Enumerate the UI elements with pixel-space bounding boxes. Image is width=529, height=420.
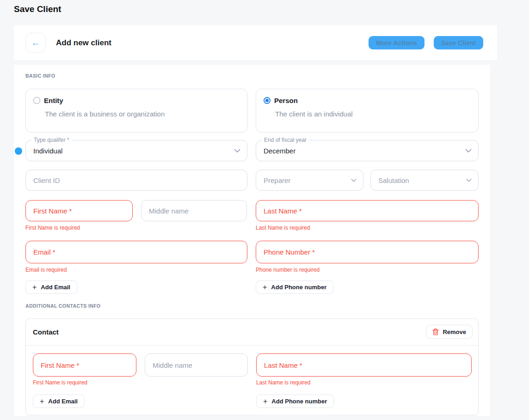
last-name-input[interactable]: [256, 201, 478, 221]
client-id-input[interactable]: [26, 170, 247, 190]
contact-last-name-input[interactable]: [257, 354, 471, 376]
form-title: Add new client: [56, 38, 111, 48]
person-description: The client is an individual: [275, 110, 478, 118]
add-phone-label: Add Phone number: [271, 284, 326, 291]
add-email-label: Add Email: [41, 284, 70, 291]
form-card: BASIC INFO Entity The client is a busine…: [14, 65, 490, 416]
contact-last-name-field-wrap: [256, 353, 472, 377]
plus-icon: +: [40, 398, 44, 405]
phone-error: Phone number is required: [256, 267, 320, 273]
fiscal-year-select[interactable]: End of fiscal year December: [256, 140, 479, 161]
pointer-dot: [15, 147, 22, 155]
plus-icon: +: [263, 398, 267, 405]
more-actions-button[interactable]: More Actions: [369, 36, 424, 49]
chevron-down-icon: [465, 149, 472, 152]
phone-input[interactable]: [256, 241, 478, 263]
last-name-error: Last Name is required: [256, 225, 310, 231]
preparer-select[interactable]: Preparer: [256, 170, 363, 191]
arrow-left-icon: ←: [31, 38, 40, 47]
contact-last-name-error: Last Name is required: [256, 379, 310, 386]
contact-add-email-label: Add Email: [48, 398, 78, 405]
back-button[interactable]: ←: [25, 33, 46, 53]
contact-title: Contact: [33, 328, 59, 336]
basic-info-section-label: BASIC INFO: [25, 73, 55, 79]
entity-description: The client is a business or organization: [45, 110, 247, 118]
type-qualifier-select[interactable]: Type qualifer * Individual: [25, 140, 247, 161]
contact-first-name-input[interactable]: [33, 354, 136, 376]
additional-contacts-section-label: ADDITIONAL CONTACTS INFO: [25, 303, 101, 309]
contact-card: Contact Remove First Name is required La…: [25, 318, 479, 415]
salutation-select[interactable]: Salutation: [370, 170, 479, 191]
entity-radio[interactable]: [33, 97, 40, 104]
entity-option-card[interactable]: Entity The client is a business or organ…: [25, 89, 247, 133]
plus-icon: +: [263, 284, 267, 291]
fiscal-year-value: December: [264, 147, 295, 155]
first-name-error: First Name is required: [25, 225, 80, 231]
person-radio[interactable]: [264, 97, 271, 104]
type-qualifier-label: Type qualifer *: [31, 137, 72, 143]
save-client-button[interactable]: Save Client: [434, 36, 483, 49]
phone-field-wrap: [256, 241, 479, 263]
first-name-input[interactable]: [26, 201, 132, 221]
client-id-field-wrap: [25, 170, 247, 191]
middle-name-field-wrap: [141, 200, 247, 221]
type-qualifier-value: Individual: [33, 147, 62, 155]
contact-add-phone-button[interactable]: + Add Phone number: [256, 395, 334, 408]
chevron-down-icon: [234, 149, 240, 152]
header-card: ← Add new client More Actions Save Clien…: [14, 25, 497, 60]
salutation-placeholder: Salutation: [378, 177, 409, 184]
add-email-button[interactable]: + Add Email: [25, 280, 77, 294]
contact-middle-name-input[interactable]: [145, 354, 247, 376]
header-actions: More Actions Save Client: [369, 36, 483, 49]
chevron-down-icon: [351, 179, 357, 182]
plus-icon: +: [32, 284, 37, 291]
entity-label: Entity: [44, 97, 63, 104]
contact-first-name-field-wrap: [33, 353, 136, 377]
contact-middle-name-field-wrap: [145, 353, 248, 377]
remove-contact-button[interactable]: Remove: [426, 325, 473, 339]
contact-add-phone-label: Add Phone number: [271, 398, 327, 405]
email-error: Email is required: [25, 267, 67, 273]
remove-label: Remove: [443, 329, 466, 335]
contact-first-name-error: First Name is required: [33, 379, 87, 386]
first-name-field-wrap: [25, 200, 133, 221]
email-input[interactable]: [26, 241, 247, 263]
last-name-field-wrap: [256, 200, 479, 221]
contact-add-email-button[interactable]: + Add Email: [33, 395, 85, 408]
email-field-wrap: [25, 241, 247, 263]
person-label: Person: [274, 97, 298, 104]
preparer-placeholder: Preparer: [264, 177, 290, 184]
chevron-down-icon: [466, 179, 472, 182]
trash-icon: [432, 329, 439, 335]
page-title: Save Client: [14, 4, 61, 14]
add-phone-button[interactable]: + Add Phone number: [256, 280, 333, 294]
fiscal-year-label: End of fiscal year: [262, 137, 309, 143]
person-option-card[interactable]: Person The client is an individual: [256, 89, 479, 133]
divider: [26, 345, 478, 346]
middle-name-input[interactable]: [141, 201, 246, 221]
